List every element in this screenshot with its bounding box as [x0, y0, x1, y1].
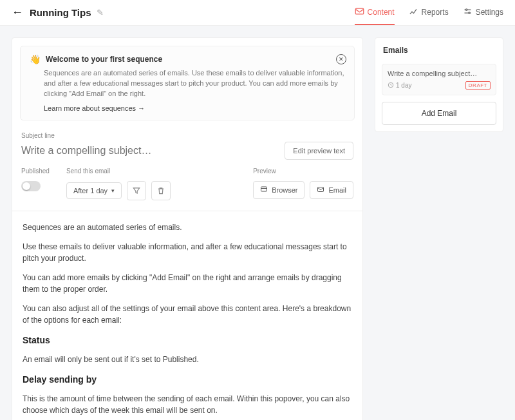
body-paragraph: An email will only be sent out if it's s…	[23, 354, 352, 365]
svg-rect-3	[261, 187, 267, 191]
top-bar: ← Running Tips ✎ Content Reports Setting…	[0, 0, 515, 26]
browser-icon	[260, 186, 268, 195]
filter-button[interactable]	[127, 181, 146, 200]
sidebar-title: Emails	[382, 44, 496, 57]
add-email-button[interactable]: Add Email	[382, 102, 496, 125]
pencil-icon[interactable]: ✎	[97, 8, 104, 17]
preview-email-label: Email	[328, 186, 346, 194]
email-card[interactable]: Write a compelling subject… 1 day DRAFT	[382, 64, 496, 95]
controls-row: Published Send this email After 1 day ▾	[12, 167, 362, 211]
clock-icon	[388, 82, 394, 90]
published-group: Published	[21, 167, 50, 191]
body-heading: Delay sending by	[23, 373, 352, 387]
draft-badge: DRAFT	[465, 81, 491, 90]
sliders-icon	[463, 7, 473, 17]
mail-icon	[317, 186, 324, 195]
welcome-title: Welcome to your first sequence	[46, 55, 162, 64]
body-paragraph: Use these emails to deliver valuable inf…	[23, 241, 352, 264]
preview-group: Preview Browser Email	[253, 167, 353, 199]
svg-point-2	[468, 12, 470, 14]
delete-button[interactable]	[151, 181, 171, 200]
wave-icon: 👋	[30, 54, 41, 64]
page-body: 👋 Welcome to your first sequence ✕ Seque…	[0, 26, 515, 420]
tab-label: Content	[368, 8, 395, 17]
send-label: Send this email	[66, 167, 171, 175]
preview-email-button[interactable]: Email	[310, 181, 353, 199]
welcome-learn-more-link[interactable]: Learn more about sequences →	[30, 104, 345, 112]
email-card-subject: Write a compelling subject…	[388, 70, 491, 77]
emails-sidebar: Emails Write a compelling subject… 1 day…	[375, 37, 503, 132]
email-card-meta: 1 day DRAFT	[388, 81, 491, 90]
body-paragraph: You can also adjust all of the settings …	[23, 303, 352, 326]
page-title: Running Tips	[30, 7, 91, 18]
inbox-icon	[355, 7, 364, 17]
send-delay-value: After 1 day	[73, 187, 108, 195]
main-panel: 👋 Welcome to your first sequence ✕ Seque…	[12, 37, 363, 420]
svg-rect-0	[355, 8, 364, 14]
chart-icon	[409, 7, 418, 17]
preview-browser-button[interactable]: Browser	[253, 181, 304, 199]
subject-area: Subject line Edit preview text	[12, 128, 362, 167]
tab-label: Reports	[422, 8, 449, 17]
tab-content[interactable]: Content	[355, 0, 395, 25]
body-paragraph: This is the amount of time between the s…	[23, 393, 352, 416]
body-paragraph: You can add more emails by clicking "Add…	[23, 272, 352, 295]
top-tabs: Content Reports Settings	[355, 0, 503, 25]
tab-settings[interactable]: Settings	[463, 0, 503, 25]
preview-label: Preview	[253, 167, 353, 175]
email-delay-text: 1 day	[396, 82, 411, 89]
close-icon[interactable]: ✕	[336, 54, 346, 64]
welcome-banner: 👋 Welcome to your first sequence ✕ Seque…	[20, 46, 355, 120]
edit-preview-text-button[interactable]: Edit preview text	[285, 142, 353, 160]
preview-browser-label: Browser	[272, 186, 297, 194]
email-delay: 1 day	[388, 82, 411, 90]
body-paragraph: Sequences are an automated series of ema…	[23, 222, 352, 233]
body-heading: Status	[23, 334, 352, 347]
subject-input[interactable]	[21, 145, 285, 157]
published-toggle[interactable]	[21, 181, 41, 191]
welcome-header: 👋 Welcome to your first sequence	[30, 54, 345, 64]
chevron-down-icon: ▾	[111, 187, 115, 194]
welcome-body-text: Sequences are an automated series of ema…	[30, 68, 345, 99]
subject-label: Subject line	[21, 132, 353, 139]
back-arrow-icon[interactable]: ←	[12, 6, 23, 19]
send-delay-select[interactable]: After 1 day ▾	[66, 182, 122, 199]
tab-label: Settings	[476, 8, 503, 17]
published-label: Published	[21, 167, 50, 175]
send-group: Send this email After 1 day ▾	[66, 167, 171, 200]
svg-point-1	[465, 8, 467, 10]
tab-reports[interactable]: Reports	[409, 0, 449, 25]
email-body-editor[interactable]: Sequences are an automated series of ema…	[12, 211, 362, 420]
